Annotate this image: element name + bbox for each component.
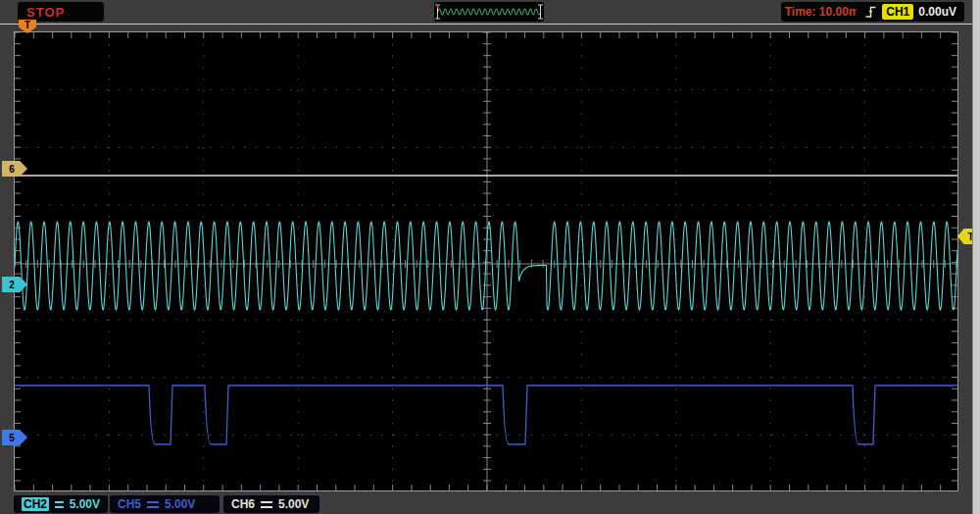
svg-text:T: T	[436, 3, 440, 9]
run-stop-indicator[interactable]: STOP	[18, 2, 104, 22]
channel-button-ch2[interactable]: CH2 5.00V	[14, 495, 108, 513]
timebase-label: Time: 10.00ms	[785, 5, 866, 19]
ch5-ground-marker-label: 5	[9, 433, 15, 443]
scope-stage: 625TT	[0, 26, 980, 514]
waveform-preview[interactable]: T	[434, 2, 544, 22]
ch6-ground-marker-label: 6	[9, 164, 15, 175]
rising-edge-icon	[864, 4, 877, 20]
trigger-source-badge: CH1	[882, 4, 913, 20]
ch2-volts-per-div: 5.00V	[70, 497, 100, 511]
preview-waveform-icon: T	[434, 2, 544, 22]
ch2-label: CH2	[22, 497, 49, 511]
graticule[interactable]	[14, 31, 958, 491]
channel-status-bar: CH2 5.00V CH5 5.00V CH6 5.00V	[0, 493, 980, 514]
window-scrollbar[interactable]	[972, 0, 980, 514]
ch6-volts-per-div: 5.00V	[278, 497, 309, 511]
channel-button-ch5[interactable]: CH5 5.00V	[110, 495, 220, 513]
dc-coupling-icon	[261, 501, 272, 508]
trigger-readout[interactable]: CH1 0.00uV	[857, 2, 964, 22]
waveform-display	[15, 32, 957, 490]
run-state-label: STOP	[26, 5, 65, 20]
ch2-ground-marker-label: 2	[9, 280, 15, 290]
ch6-label: CH6	[231, 497, 255, 511]
dc-coupling-icon	[55, 501, 64, 508]
ch5-label: CH5	[118, 497, 141, 511]
top-status-bar: STOP T Time: 10.00ms CH1 0.00uV	[0, 0, 980, 25]
ch5-volts-per-div: 5.00V	[165, 497, 195, 511]
channel-button-ch6[interactable]: CH6 5.00V	[223, 495, 319, 513]
trigger-level-value: 0.00uV	[918, 5, 956, 19]
trigger-position-marker-label: T	[24, 20, 30, 30]
dc-coupling-icon	[147, 501, 159, 508]
